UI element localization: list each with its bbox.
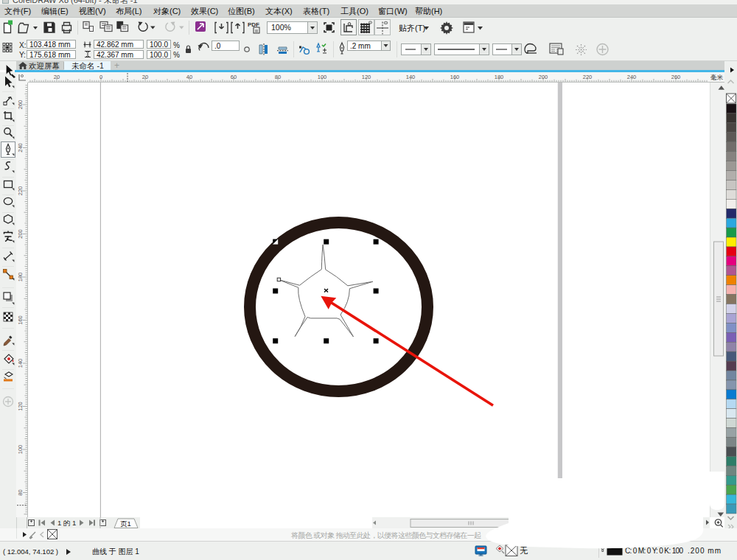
svg-text:20: 20 [142, 74, 148, 80]
svg-text:240: 240 [17, 143, 24, 153]
svg-text:页1: 页1 [120, 519, 131, 528]
svg-text:260: 260 [17, 100, 24, 110]
svg-text:260: 260 [671, 74, 681, 80]
svg-text:100: 100 [17, 445, 24, 455]
svg-text:140: 140 [406, 74, 416, 80]
svg-text:200: 200 [17, 229, 24, 239]
svg-text:240: 240 [627, 74, 637, 80]
svg-text:140: 140 [17, 359, 24, 368]
svg-text:180: 180 [495, 74, 504, 80]
svg-text:.200 mm: .200 mm [688, 547, 721, 555]
svg-text:1 的 1: 1 的 1 [57, 519, 76, 527]
svg-text:180: 180 [17, 273, 24, 282]
svg-text:80: 80 [17, 489, 24, 495]
svg-text:160: 160 [450, 74, 460, 80]
svg-text:100: 100 [318, 74, 327, 80]
svg-text:将颜色 或对象 拖动至此处，以便将这些颜色与文档存储在一起: 将颜色 或对象 拖动至此处，以便将这些颜色与文档存储在一起 [290, 531, 481, 539]
svg-text:贴齐(T): 贴齐(T) [399, 24, 425, 32]
svg-text:0: 0 [99, 74, 102, 80]
svg-text:80: 80 [275, 74, 281, 80]
svg-text:120: 120 [17, 402, 24, 411]
svg-text:毫米: 毫米 [710, 74, 724, 81]
svg-text:无: 无 [520, 546, 528, 555]
svg-text:40: 40 [186, 74, 192, 80]
svg-text:220: 220 [583, 74, 593, 80]
svg-text:220: 220 [17, 186, 24, 196]
svg-text:120: 120 [362, 74, 371, 80]
svg-text:160: 160 [17, 315, 24, 325]
svg-text:60: 60 [231, 74, 237, 80]
svg-text:20: 20 [54, 74, 60, 80]
svg-text:C: 0 M: 0 Y: 0 K: 100: C: 0 M: 0 Y: 0 K: 100 [625, 547, 683, 555]
svg-text:100%: 100% [271, 23, 291, 32]
svg-text:200: 200 [539, 74, 548, 80]
